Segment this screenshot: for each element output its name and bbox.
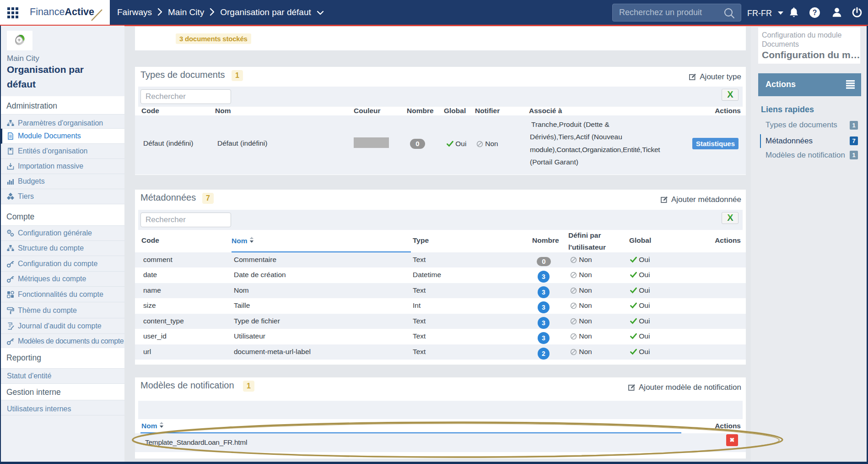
- svg-text:X: X: [727, 89, 733, 99]
- svg-text:X: X: [727, 213, 733, 222]
- svg-text:?: ?: [813, 9, 817, 16]
